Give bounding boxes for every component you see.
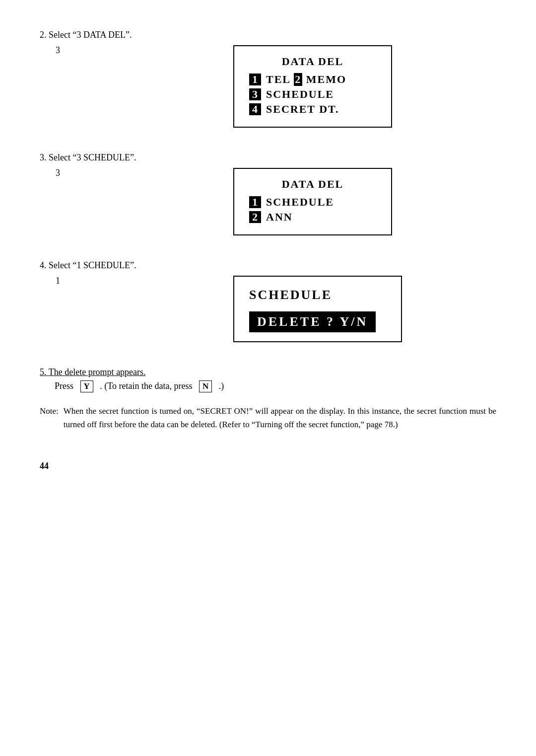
lcd-box-1: DATA DEL 1 TEL 2 MEMO 3 SCHEDULE 4 SECRE… [233,45,392,128]
n-key: N [199,380,212,392]
inverted-2: 2 [294,73,302,86]
note-text: When the secret function is turned on, “… [64,404,496,431]
lcd-item-2-2: 2 ANN [249,211,376,224]
lcd-num-2: 3 [249,88,261,100]
note-label: Note: [40,404,59,431]
step-2: 2. Select “3 DATA DEL”. 3 DATA DEL 1 TEL… [40,30,496,128]
lcd-num-3: 4 [249,103,261,115]
lcd-item-text-2-1: SCHEDULE [266,196,334,209]
lcd-title-1: DATA DEL [249,55,376,68]
lcd-item-1-2: 3 SCHEDULE [249,88,376,101]
step-4: 4. Select “1 SCHEDULE”. 1 SCHEDULE DELET… [40,260,496,342]
lcd-delete-bar: DELETE ? Y/N [249,311,376,332]
step-4-label: 4. Select “1 SCHEDULE”. [40,260,496,271]
step5-middle: . (To retain the data, press [100,381,192,391]
step5-press: Press [55,381,73,391]
lcd-item-text-3: SECRET DT. [266,103,339,116]
bottom-section: 5. The delete prompt appears. Press Y . … [40,367,496,431]
step-2-label: 2. Select “3 DATA DEL”. [40,30,496,40]
step-2-key: 3 [56,45,233,56]
lcd-item-text-2: SCHEDULE [266,88,334,101]
lcd-item-text-2-2: ANN [266,211,293,224]
step5-end: .) [219,381,224,391]
lcd-title-2: DATA DEL [249,178,376,191]
step5-prompt-label: 5. The delete prompt appears. [40,367,146,377]
lcd-item-text-1: TEL 2 MEMO [266,73,346,86]
lcd-title-3: SCHEDULE [249,288,386,302]
step-3: 3. Select “3 SCHEDULE”. 3 DATA DEL 1 SCH… [40,152,496,235]
page-number: 44 [40,461,496,471]
lcd-num-2-1: 1 [249,196,261,208]
lcd-box-3: SCHEDULE DELETE ? Y/N [233,276,402,342]
lcd-item-1-1: 1 TEL 2 MEMO [249,73,376,86]
step5-prompt: 5. The delete prompt appears. [40,367,496,378]
step-3-key: 3 [56,168,233,178]
step5-line2: Press Y . (To retain the data, press N .… [55,380,496,392]
lcd-box-2: DATA DEL 1 SCHEDULE 2 ANN [233,168,392,235]
y-key: Y [80,380,93,392]
lcd-item-1-3: 4 SECRET DT. [249,103,376,116]
note-section: Note: When the secret function is turned… [40,404,496,431]
step-3-label: 3. Select “3 SCHEDULE”. [40,152,496,163]
step-4-key: 1 [56,276,233,286]
lcd-num-2-2: 2 [249,211,261,223]
lcd-item-2-1: 1 SCHEDULE [249,196,376,209]
lcd-num-1: 1 [249,74,261,85]
